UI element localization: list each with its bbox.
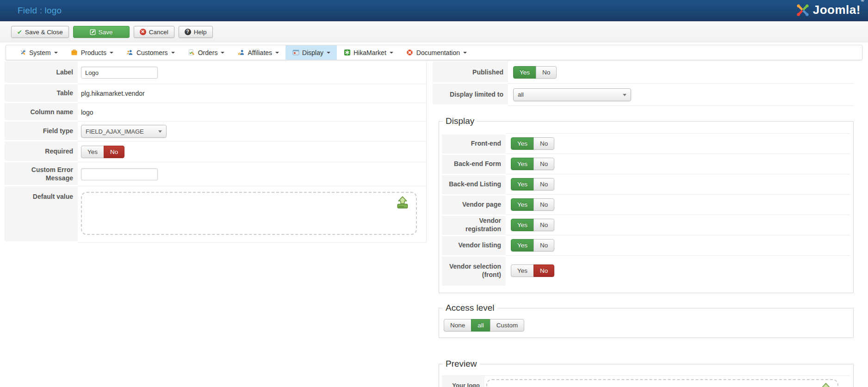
preview-legend: Preview bbox=[443, 359, 480, 369]
tools-icon bbox=[19, 49, 26, 56]
chevron-down-icon bbox=[54, 52, 58, 54]
published-no-option[interactable]: No bbox=[536, 66, 557, 79]
toggle-no-option[interactable]: No bbox=[533, 198, 554, 211]
field-type-select[interactable]: FIELD_AJAX_IMAGE bbox=[81, 125, 167, 138]
label-input[interactable] bbox=[81, 67, 158, 79]
vendor-selection-toggle[interactable]: Yes No bbox=[511, 264, 554, 277]
required-row-title: Required bbox=[5, 141, 78, 162]
display-row-back-end-form: Back-end Form Yes No bbox=[442, 154, 850, 174]
vendor-page-toggle[interactable]: Yes No bbox=[511, 198, 554, 211]
form-row-label: Label bbox=[5, 61, 426, 84]
published-toggle[interactable]: Yes No bbox=[513, 66, 557, 79]
toggle-yes-option[interactable]: Yes bbox=[511, 198, 534, 211]
front-end-toggle[interactable]: Yes No bbox=[511, 137, 554, 150]
display-limited-select[interactable]: all bbox=[513, 88, 631, 101]
documentation-icon bbox=[406, 49, 414, 56]
chevron-down-icon bbox=[221, 52, 224, 54]
save-button[interactable]: Save bbox=[73, 26, 130, 38]
menu-label-hikamarket: HikaMarket bbox=[353, 49, 386, 56]
display-limited-row-title: Display limited to bbox=[433, 84, 508, 106]
logo-url-dropzone[interactable] bbox=[486, 379, 838, 387]
menu-item-products[interactable]: Products bbox=[64, 45, 120, 60]
toggle-no-option[interactable]: No bbox=[533, 178, 554, 190]
required-yes-option[interactable]: Yes bbox=[81, 146, 104, 158]
preview-fieldset: Preview Your logo URL bbox=[439, 359, 854, 387]
table-row-title: Table bbox=[5, 84, 78, 103]
menu-item-documentation[interactable]: Documentation bbox=[400, 45, 473, 60]
toggle-yes-option[interactable]: Yes bbox=[511, 178, 534, 190]
back-end-listing-row-title: Back-end Listing bbox=[442, 174, 506, 194]
joomla-brand: Joomla!® bbox=[796, 3, 864, 17]
save-close-button[interactable]: ✔ Save & Close bbox=[11, 26, 69, 38]
cancel-button[interactable]: ✕ Cancel bbox=[134, 26, 174, 38]
access-level-group[interactable]: None all Custom bbox=[444, 319, 524, 332]
joomla-admin-page: { "header": { "title": "Field : logo", "… bbox=[0, 0, 868, 387]
vendor-listing-toggle[interactable]: Yes No bbox=[511, 239, 554, 252]
cancel-label: Cancel bbox=[149, 29, 168, 36]
chevron-down-icon bbox=[110, 52, 113, 54]
form-row-table: Table plg.hikamarket.vendor bbox=[5, 84, 426, 103]
custom-error-row-title: Custom Error Message bbox=[5, 162, 78, 186]
toggle-no-option[interactable]: No bbox=[533, 158, 554, 170]
toggle-no-option[interactable]: No bbox=[533, 264, 554, 277]
menu-item-hikamarket[interactable]: HikaMarket bbox=[337, 45, 400, 60]
display-row-front-end: Front-end Yes No bbox=[442, 133, 850, 154]
display-row-vendor-listing: Vendor listing Yes No bbox=[442, 235, 850, 255]
back-end-listing-toggle[interactable]: Yes No bbox=[511, 178, 554, 190]
upload-icon[interactable] bbox=[395, 195, 410, 212]
menu-label-products: Products bbox=[81, 49, 106, 56]
form-row-published: Published Yes No bbox=[433, 61, 854, 84]
access-all-option[interactable]: all bbox=[471, 319, 490, 332]
column-name-row-title: Column name bbox=[5, 103, 78, 122]
form-row-field-type: Field type FIELD_AJAX_IMAGE bbox=[5, 122, 426, 141]
form-row-default-value: Default value bbox=[5, 186, 426, 243]
form-row-custom-error: Custom Error Message bbox=[5, 162, 426, 186]
vendor-registration-row-title: Vendor registration bbox=[442, 215, 506, 235]
menu-label-customers: Customers bbox=[136, 49, 168, 56]
menu-label-documentation: Documentation bbox=[416, 49, 460, 56]
field-type-row-title: Field type bbox=[5, 122, 78, 141]
toolbar: ✔ Save & Close Save ✕ Cancel ? Help bbox=[0, 21, 868, 43]
affiliate-icon bbox=[237, 49, 245, 56]
menu-label-affiliates: Affiliates bbox=[248, 49, 272, 56]
front-end-row-title: Front-end bbox=[442, 133, 506, 154]
hikamarket-icon bbox=[343, 49, 351, 56]
toggle-no-option[interactable]: No bbox=[533, 239, 554, 252]
label-row-title: Label bbox=[5, 61, 78, 84]
menu-label-display: Display bbox=[302, 49, 323, 56]
required-toggle[interactable]: Yes No bbox=[81, 146, 124, 158]
display-row-vendor-registration: Vendor registration Yes No bbox=[442, 215, 850, 235]
custom-error-input[interactable] bbox=[81, 168, 158, 180]
toggle-yes-option[interactable]: Yes bbox=[511, 158, 534, 170]
menu-item-system[interactable]: System bbox=[12, 45, 64, 60]
toggle-no-option[interactable]: No bbox=[533, 219, 554, 231]
back-end-form-toggle[interactable]: Yes No bbox=[511, 158, 554, 170]
menu-item-customers[interactable]: Customers bbox=[120, 45, 181, 60]
display-row-vendor-page: Vendor page Yes No bbox=[442, 194, 850, 215]
default-value-dropzone[interactable] bbox=[81, 192, 417, 235]
vendor-registration-toggle[interactable]: Yes No bbox=[511, 219, 554, 231]
menu-item-orders[interactable]: Orders bbox=[181, 45, 231, 60]
back-end-form-row-title: Back-end Form bbox=[442, 154, 506, 174]
toggle-yes-option[interactable]: Yes bbox=[511, 264, 534, 277]
toggle-yes-option[interactable]: Yes bbox=[511, 137, 534, 150]
logo-url-row-title: Your logo URL bbox=[442, 376, 484, 387]
save-label: Save bbox=[99, 29, 113, 36]
access-custom-option[interactable]: Custom bbox=[490, 319, 525, 332]
access-level-legend: Access level bbox=[443, 303, 497, 313]
toggle-yes-option[interactable]: Yes bbox=[511, 219, 534, 231]
menu-item-display[interactable]: Display bbox=[285, 45, 337, 60]
toggle-yes-option[interactable]: Yes bbox=[511, 239, 534, 252]
menu-item-affiliates[interactable]: Affiliates bbox=[231, 45, 285, 60]
toggle-no-option[interactable]: No bbox=[533, 137, 554, 150]
brand-wordmark: Joomla!® bbox=[813, 3, 864, 17]
upload-icon[interactable] bbox=[819, 382, 833, 387]
help-button[interactable]: ? Help bbox=[179, 26, 213, 38]
field-main-form: Label Table plg.hikamarket.vendor Column… bbox=[5, 61, 427, 243]
published-yes-option[interactable]: Yes bbox=[513, 66, 536, 79]
access-none-option[interactable]: None bbox=[444, 319, 471, 332]
required-no-option[interactable]: No bbox=[104, 146, 124, 158]
menu-label-system: System bbox=[29, 49, 51, 56]
table-value: plg.hikamarket.vendor bbox=[81, 90, 145, 97]
vendor-page-row-title: Vendor page bbox=[442, 194, 506, 215]
